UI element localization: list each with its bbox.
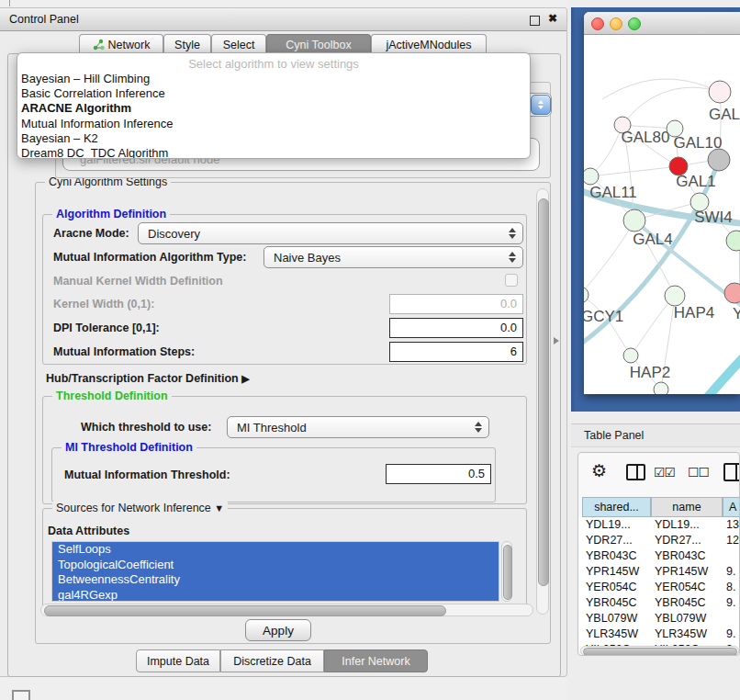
column-header-name[interactable]: name [651,497,723,517]
dpi-tolerance-value: 0.0 [500,321,517,334]
zoom-traffic-light-icon[interactable] [628,17,641,30]
which-threshold-label: Which threshold to use: [81,421,211,434]
tab-infer-network[interactable]: Infer Network [324,649,428,672]
minimize-traffic-light-icon[interactable] [610,17,622,30]
algorithm-option[interactable]: Mutual Information Inference [21,117,526,131]
algorithm-option[interactable]: ARACNE Algorithm [21,101,526,116]
column-label: shared... [594,501,639,514]
tab-label: Network [108,39,151,51]
mi-type-combobox[interactable]: Naive Bayes [263,246,523,268]
network-node[interactable] [584,168,599,185]
chevron-right-icon: ▶ [241,373,249,384]
table-row[interactable]: YBL079WYBL079W [578,611,740,627]
table-row[interactable]: YER054CYER054C8. [578,580,740,595]
mi-threshold-label: Mutual Information Threshold: [64,469,230,481]
float-window-icon[interactable] [530,16,540,26]
network-node[interactable] [709,81,731,103]
manual-kernel-checkbox[interactable] [505,274,518,287]
dpi-tolerance-label: DPI Tolerance [0,1]: [53,322,160,334]
hub-definition-label: Hub/Transcription Factor Definition [46,372,239,385]
kernel-width-field[interactable]: 0.0 [389,294,523,314]
table-row[interactable]: YBR045CYBR045C9. [578,595,740,611]
table-body: YDL19...YDL19...13YDR27...YDR27...12YBR0… [578,517,740,646]
algorithm-option[interactable]: Basic Correlation Inference [21,86,526,101]
tab-cyni-toolbox[interactable]: Cyni Toolbox [266,34,371,54]
split-pane-grip[interactable] [554,337,559,344]
network-node[interactable] [724,283,740,303]
network-node[interactable] [665,286,685,306]
network-node-label: GCY1 [584,308,623,325]
settings-scrollbar-horizontal[interactable] [40,604,533,616]
table-icon[interactable] [723,463,740,481]
control-panel-titlebar[interactable]: Control Panel ✖ [0,8,566,31]
network-node[interactable] [623,209,645,231]
network-canvas[interactable]: GALGAL80GAL10GAL1GAL11GAL4SWI4GCY1HAP4YH… [584,35,740,394]
attribute-list-item[interactable]: TopologicalCoefficient [52,558,499,573]
table-scrollbar-horizontal[interactable] [580,646,739,656]
apply-button[interactable]: Apply [245,619,311,641]
network-node-label: Y [733,305,740,322]
tab-impute-data[interactable]: Impute Data [136,649,220,672]
tab-label: Cyni Toolbox [286,39,351,51]
mi-steps-field[interactable]: 6 [389,342,523,362]
aracne-mode-combobox[interactable]: Discovery [138,222,523,244]
network-node-label: GAL11 [589,184,637,201]
kernel-width-value: 0.0 [500,297,517,310]
table-row[interactable]: YDL19...YDL19...13 [578,517,740,533]
tab-network[interactable]: Network [79,34,163,54]
column-header-partial[interactable]: A [723,497,740,517]
algorithm-combobox-arrows[interactable] [531,95,551,115]
hub-definition-toggle[interactable]: Hub/Transcription Factor Definition ▶ [46,372,250,385]
mi-type-label: Mutual Information Algorithm Type: [53,251,246,264]
settings-scrollbar-vertical[interactable] [536,188,549,615]
aracne-mode-value: Discovery [148,227,200,241]
table-row[interactable]: YDR27...YDR27...12 [578,533,740,548]
attribute-list-item[interactable]: BetweennessCentrality [52,572,499,588]
tab-label: jActiveMNodules [386,39,471,51]
column-label: name [672,501,701,514]
split-columns-icon[interactable] [626,464,645,480]
table-cell: YBL079W [655,612,706,625]
data-attributes-list[interactable]: SelfLoopsTopologicalCoefficientBetweenne… [51,541,499,602]
tab-select[interactable]: Select [211,34,266,54]
network-node-label: GAL80 [622,129,670,146]
gear-icon[interactable]: ⚙ [591,460,607,481]
minimized-panel-icon[interactable] [12,690,30,700]
network-window-titlebar[interactable] [584,12,740,35]
select-all-checkboxes-icon[interactable]: ☑☑ [654,465,675,480]
algorithm-option[interactable]: Bayesian – Hill Climbing [21,72,526,86]
close-icon[interactable]: ✖ [548,12,557,25]
mi-threshold-field[interactable]: 0.5 [386,464,491,484]
close-traffic-light-icon[interactable] [591,17,604,30]
tab-jactivemnodules[interactable]: jActiveMNodules [371,34,487,54]
network-node-label: GAL1 [676,173,715,190]
table-row[interactable]: YBR043CYBR043C [578,548,740,564]
attribute-list-item[interactable]: gal4RGexp [52,588,499,603]
table-row[interactable]: YPR145WYPR145W9. [578,564,740,580]
network-graph[interactable]: GALGAL80GAL10GAL1GAL11GAL4SWI4GCY1HAP4YH… [584,35,740,394]
column-header-shared[interactable]: shared... [582,497,651,517]
which-threshold-combobox[interactable]: MI Threshold [227,416,489,438]
algorithm-option[interactable]: Dream8 DC_TDC Algorithm [21,146,526,159]
network-node[interactable] [726,231,740,251]
tab-style[interactable]: Style [163,34,211,54]
table-cell: 9. [726,565,735,578]
network-node[interactable] [708,149,730,171]
tab-discretize-data[interactable]: Discretize Data [220,649,324,672]
dpi-tolerance-field[interactable]: 0.0 [389,318,523,338]
tab-label: Style [174,39,200,51]
attribute-list-item[interactable]: SelfLoops [52,542,499,558]
mi-threshold-value: 0.5 [468,467,485,480]
table-panel: ⚙ ☑☑ ☐☐ shared... name A YDL19...YDL19..… [577,452,740,656]
algorithm-option[interactable]: Bayesian – K2 [21,131,526,146]
network-node[interactable] [584,287,589,303]
network-node[interactable] [623,348,638,363]
deselect-all-checkboxes-icon[interactable]: ☐☐ [688,465,709,480]
apply-button-label: Apply [263,624,294,638]
network-node[interactable] [654,382,668,394]
network-node-label: GAL [709,106,740,123]
table-row[interactable]: YLR345WYLR345W9. [578,627,740,642]
table-cell: YER054C [655,581,706,593]
sources-toggle[interactable]: Sources for Network Inference ▼ [52,502,228,514]
attributes-scrollbar-vertical[interactable] [501,541,512,602]
